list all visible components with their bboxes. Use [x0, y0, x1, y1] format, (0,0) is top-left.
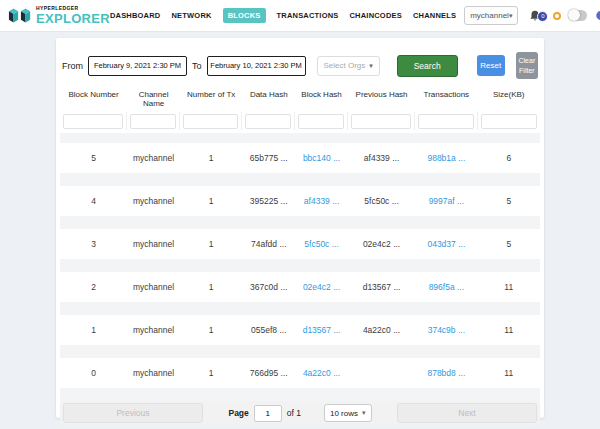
nav-transactions[interactable]: TRANSACTIONS — [277, 11, 339, 20]
to-label: To — [192, 61, 202, 71]
page-label: Page — [228, 408, 248, 418]
channel-select[interactable]: mychannel ▾ — [464, 6, 518, 25]
toggle-knob — [568, 9, 580, 21]
sun-icon — [553, 12, 561, 20]
filter-number-of-tx-input[interactable] — [183, 114, 238, 129]
filter-data-hash-input[interactable] — [245, 114, 291, 129]
cell-block-number: 4 — [60, 196, 127, 206]
cell-size-kb: 11 — [478, 368, 540, 378]
from-date-input[interactable] — [88, 56, 187, 76]
page-controls: Page of 1 10 rows ▾ — [207, 404, 393, 422]
filter-bar: From To Select Orgs ▾ Search Reset Clear… — [60, 42, 540, 87]
header-icons: 0 — [528, 7, 600, 25]
moon-icon — [594, 7, 600, 25]
cell-num-tx: 1 — [180, 368, 242, 378]
brand-explorer: EXPLORER — [36, 12, 110, 25]
notifications-button[interactable]: 0 — [528, 9, 542, 23]
to-date-input[interactable] — [207, 56, 306, 76]
cell-channel-name: mychannel — [127, 325, 180, 335]
channel-select-value: mychannel — [470, 11, 509, 20]
select-orgs-placeholder: Select Orgs — [324, 61, 366, 70]
block-hash-link[interactable]: bbc140 ... — [295, 153, 348, 163]
reset-button[interactable]: Reset — [477, 55, 505, 76]
chevron-down-icon: ▾ — [362, 409, 366, 417]
col-block-hash: Block Hash — [295, 87, 348, 111]
blocks-panel: From To Select Orgs ▾ Search Reset Clear… — [56, 38, 544, 418]
block-hash-link[interactable]: d13567 ... — [295, 325, 348, 335]
page-number-input[interactable] — [254, 405, 282, 422]
cell-size-kb: 11 — [478, 282, 540, 292]
cell-previous-hash: d13567 ... — [348, 282, 415, 292]
previous-page-button[interactable]: Previous — [63, 403, 203, 423]
table-row: 1 mychannel 1 055ef8 ... d13567 ... 4a22… — [60, 315, 540, 345]
search-button[interactable]: Search — [397, 55, 458, 77]
theme-toggle[interactable] — [568, 10, 587, 21]
cell-block-number: 3 — [60, 239, 127, 249]
nav-blocks[interactable]: BLOCKS — [223, 8, 266, 23]
transactions-link[interactable]: 988b1a ... — [415, 153, 477, 163]
cell-data-hash: 395225 ... — [242, 196, 295, 206]
cell-num-tx: 1 — [180, 196, 242, 206]
table-row: 0 mychannel 1 766d95 ... 4a22c0 ... 878b… — [60, 358, 540, 388]
col-transactions: Transactions — [415, 87, 477, 111]
filter-previous-hash-input[interactable] — [351, 114, 411, 129]
nav-channels[interactable]: CHANNELS — [413, 11, 456, 20]
nav-chaincodes[interactable]: CHAINCODES — [350, 11, 402, 20]
nav-network[interactable]: NETWORK — [171, 11, 211, 20]
notification-badge: 0 — [537, 11, 548, 22]
cell-data-hash: 65b775 ... — [242, 153, 295, 163]
filter-channel-name-input[interactable] — [130, 114, 176, 129]
col-block-number: Block Number — [60, 87, 127, 111]
chevron-down-icon: ▾ — [369, 62, 373, 70]
rows-per-page-value: 10 rows — [330, 409, 358, 418]
hyperledger-logo-icon — [8, 7, 32, 24]
cell-channel-name: mychannel — [127, 153, 180, 163]
cell-size-kb: 5 — [478, 196, 540, 206]
block-hash-link[interactable]: 02e4c2 ... — [295, 282, 348, 292]
col-size-kb: Size(KB) — [478, 87, 540, 111]
col-previous-hash: Previous Hash — [348, 87, 415, 111]
from-label: From — [62, 61, 83, 71]
cell-size-kb: 6 — [478, 153, 540, 163]
transactions-link[interactable]: 9997af ... — [415, 196, 477, 206]
filter-block-number-input[interactable] — [63, 114, 123, 129]
rows-per-page-select[interactable]: 10 rows ▾ — [324, 404, 372, 422]
filter-block-hash-input[interactable] — [298, 114, 344, 129]
cell-previous-hash: af4339 ... — [348, 153, 415, 163]
clear-filter-button[interactable]: Clear Filter — [516, 52, 538, 79]
cell-data-hash: 367c0d ... — [242, 282, 295, 292]
cell-channel-name: mychannel — [127, 282, 180, 292]
cell-previous-hash: 4a22c0 ... — [348, 325, 415, 335]
transactions-link[interactable]: 896f5a ... — [415, 282, 477, 292]
transactions-link[interactable]: 878bd8 ... — [415, 368, 477, 378]
transactions-link[interactable]: 043d37 ... — [415, 239, 477, 249]
cell-num-tx: 1 — [180, 325, 242, 335]
cell-data-hash: 766d95 ... — [242, 368, 295, 378]
cell-block-number: 1 — [60, 325, 127, 335]
next-page-button[interactable]: Next — [397, 403, 537, 423]
cell-num-tx: 1 — [180, 282, 242, 292]
cell-channel-name: mychannel — [127, 368, 180, 378]
app-header: HYPERLEDGER EXPLORER DASHBOARD NETWORK B… — [0, 0, 600, 32]
nav-dashboard[interactable]: DASHBOARD — [110, 11, 161, 20]
cell-channel-name: mychannel — [127, 196, 180, 206]
app-logo[interactable]: HYPERLEDGER EXPLORER — [8, 6, 110, 25]
cell-block-number: 2 — [60, 282, 127, 292]
col-number-of-tx: Number of Tx — [180, 87, 242, 111]
table-filter-row — [60, 111, 540, 133]
brand-text: HYPERLEDGER EXPLORER — [36, 6, 110, 25]
block-hash-link[interactable]: af4339 ... — [295, 196, 348, 206]
table-row: 2 mychannel 1 367c0d ... 02e4c2 ... d135… — [60, 272, 540, 302]
cell-block-number: 0 — [60, 368, 127, 378]
cell-data-hash: 055ef8 ... — [242, 325, 295, 335]
cell-size-kb: 5 — [478, 239, 540, 249]
cell-data-hash: 74afdd ... — [242, 239, 295, 249]
filter-transactions-input[interactable] — [418, 114, 473, 129]
chevron-down-icon: ▾ — [509, 12, 513, 20]
filter-size-kb-input[interactable] — [481, 114, 537, 129]
select-orgs-dropdown[interactable]: Select Orgs ▾ — [317, 56, 380, 76]
transactions-link[interactable]: 374c9b ... — [415, 325, 477, 335]
block-hash-link[interactable]: 5fc50c ... — [295, 239, 348, 249]
block-hash-link[interactable]: 4a22c0 ... — [295, 368, 348, 378]
cell-previous-hash: 5fc50c ... — [348, 196, 415, 206]
